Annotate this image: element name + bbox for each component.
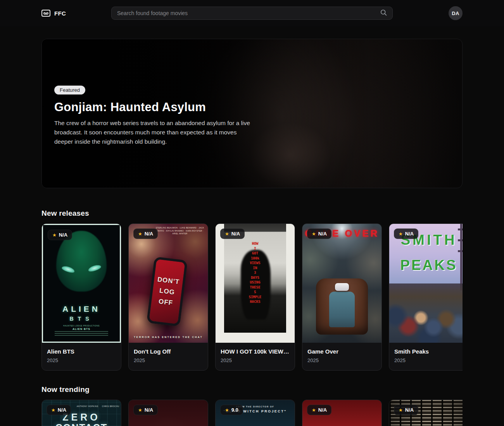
top-bar: FFC DA <box>0 0 504 26</box>
search-icon <box>380 9 387 17</box>
app-logo[interactable]: FFC <box>41 10 66 17</box>
search-input[interactable] <box>117 10 376 16</box>
movie-title: Alien BTS <box>47 348 116 355</box>
movie-card[interactable]: ★ N/A SMITH PEAKS Smith Peaks 2025 <box>389 223 463 371</box>
rating-badge: ★ N/A <box>394 228 418 239</box>
card-info: Alien BTS 2025 <box>42 343 121 370</box>
rating-badge: ★ N/A <box>47 405 71 415</box>
rating-badge: ★ 9.0 <box>220 405 243 415</box>
rating-badge: ★ N/A <box>307 228 331 239</box>
star-icon: ★ <box>225 408 229 412</box>
card-info: HOW I GOT 100k VIEWS IN 3 DAYS USING THE… <box>216 343 295 370</box>
poster-credit-text: HAUNTED LODGE PRODUCTIONS <box>43 325 120 327</box>
star-icon: ★ <box>399 232 403 236</box>
user-avatar[interactable]: DA <box>449 6 463 20</box>
rating-value: N/A <box>59 232 67 238</box>
movie-card[interactable]: ★ N/A <box>128 400 208 426</box>
now-trending-row: ★ N/A ANTHONY HOPKINS CHRIS BROCHU ZERO … <box>41 400 463 426</box>
hero-description: The crew of a horror web series travels … <box>54 119 250 146</box>
card-info: Smith Peaks 2025 <box>389 343 463 370</box>
movie-card[interactable]: ★ N/A <box>389 400 463 426</box>
section-heading-now-trending: Now trending <box>41 385 463 394</box>
movie-card[interactable]: ★ N/A HOW I GOT 100k VIEWS IN 3 DAYS USI… <box>215 223 295 371</box>
poster-tagline-text: TERROR HAS ENTERED THE CHAT <box>129 336 208 338</box>
section-heading-new-releases: New releases <box>41 209 463 218</box>
rating-value: N/A <box>145 231 153 237</box>
hero-text-block: Featured Gonjiam: Haunted Asylum The cre… <box>42 39 259 146</box>
movie-year: 2025 <box>394 357 463 363</box>
poster-art: ★ N/A ALIEN BTS HAUNTED LODGE PRODUCTION… <box>42 224 121 343</box>
poster-cast-text: STERLING BEAUMON · LUKE BENWARD · JACK G… <box>154 227 206 235</box>
movie-title: Don't Log Off <box>134 348 203 355</box>
star-icon: ★ <box>138 408 142 412</box>
rating-value: N/A <box>145 407 153 413</box>
main-content: Featured Gonjiam: Haunted Asylum The cre… <box>41 39 463 426</box>
movie-year: 2025 <box>134 357 203 363</box>
rating-value: N/A <box>405 407 414 413</box>
poster-art: ★ N/A <box>389 400 463 426</box>
rating-badge: ★ N/A <box>48 230 72 240</box>
poster-title-text: PEAKS <box>389 257 463 273</box>
movie-card[interactable]: ★ N/A ALIEN BTS HAUNTED LODGE PRODUCTION… <box>41 223 121 371</box>
movie-card[interactable]: ★ N/A GAME OVER Game Over 2025 <box>302 223 382 371</box>
movie-title: HOW I GOT 100k VIEWS IN 3 DAYS USING THE… <box>221 348 290 355</box>
movie-card[interactable]: ★ 9.0 FROM THE DIRECTOR OF "BLAIR WITCH … <box>215 400 295 426</box>
movie-card[interactable]: ★ N/A ANTHONY HOPKINS CHRIS BROCHU ZERO … <box>41 400 121 426</box>
star-icon: ★ <box>225 232 229 236</box>
poster-credits-block-art <box>55 331 109 336</box>
rating-value: 9.0 <box>231 407 238 413</box>
poster-title-text: CONTACT <box>42 422 121 426</box>
movie-title: Smith Peaks <box>394 348 463 355</box>
movie-title: Game Over <box>307 348 376 355</box>
app-logo-text: FFC <box>54 10 66 17</box>
vr-headset-art <box>335 283 349 291</box>
star-icon: ★ <box>399 408 403 412</box>
poster-cast-text: ANTHONY HOPKINS <box>77 405 98 408</box>
rating-value: N/A <box>231 231 240 237</box>
poster-cast-text: CHRIS BROCHU <box>102 405 119 408</box>
phone-art: DON'T LOG OFF <box>147 256 188 326</box>
poster-title-text: BTS <box>43 316 120 322</box>
rating-value: N/A <box>318 231 327 237</box>
poster-art: ★ N/A SMITH PEAKS <box>389 224 463 343</box>
rating-badge: ★ N/A <box>220 228 245 239</box>
star-icon: ★ <box>312 232 316 236</box>
rating-badge: ★ N/A <box>394 405 418 415</box>
new-releases-row: ★ N/A ALIEN BTS HAUNTED LODGE PRODUCTION… <box>41 223 463 371</box>
movie-year: 2025 <box>221 357 290 363</box>
card-info: Game Over 2025 <box>302 343 381 370</box>
poster-art: ★ N/A HOW I GOT 100k VIEWS IN 3 DAYS USI… <box>216 224 295 343</box>
vhs-cassette-icon <box>41 10 50 17</box>
search-bar <box>111 7 393 20</box>
poster-art: ★ N/A ANTHONY HOPKINS CHRIS BROCHU ZERO … <box>42 400 121 426</box>
rating-badge: ★ N/A <box>133 405 158 415</box>
star-icon: ★ <box>52 233 57 237</box>
rating-value: N/A <box>318 407 327 413</box>
movie-year: 2025 <box>307 357 376 363</box>
star-icon: ★ <box>138 232 142 236</box>
poster-art: ★ N/A <box>302 400 381 426</box>
poster-title-text: DON'T <box>157 276 180 286</box>
poster-art: ★ 9.0 FROM THE DIRECTOR OF "BLAIR WITCH … <box>216 400 295 426</box>
movie-card[interactable]: ★ N/A <box>302 400 382 426</box>
poster-credit-text: ALIEN BTS <box>43 328 120 330</box>
poster-art: ★ N/A GAME OVER <box>302 224 381 343</box>
poster-title-text: HOW I GOT 100k VIEWS IN 3 DAYS USING THE… <box>216 242 295 304</box>
seated-man-art <box>329 292 354 327</box>
crowd-collage-art <box>389 283 463 343</box>
avatar-initials: DA <box>452 10 459 16</box>
rating-value: N/A <box>405 231 414 237</box>
poster-art: ★ N/A STERLING BEAUMON · LUKE BENWARD · … <box>129 224 208 343</box>
poster-art: ★ N/A <box>129 400 208 426</box>
featured-badge: Featured <box>54 86 85 94</box>
card-info: Don't Log Off 2025 <box>129 343 208 370</box>
poster-title-text: ALIEN <box>43 304 120 314</box>
movie-year: 2025 <box>47 357 116 363</box>
star-icon: ★ <box>312 408 316 412</box>
featured-hero-banner[interactable]: Featured Gonjiam: Haunted Asylum The cre… <box>41 39 463 188</box>
rating-badge: ★ N/A <box>307 405 331 415</box>
movie-card[interactable]: ★ N/A STERLING BEAUMON · LUKE BENWARD · … <box>128 223 208 371</box>
poster-title-text: OFF <box>158 298 173 307</box>
poster-title-text: LOG <box>159 287 175 297</box>
pole-art <box>460 224 462 290</box>
